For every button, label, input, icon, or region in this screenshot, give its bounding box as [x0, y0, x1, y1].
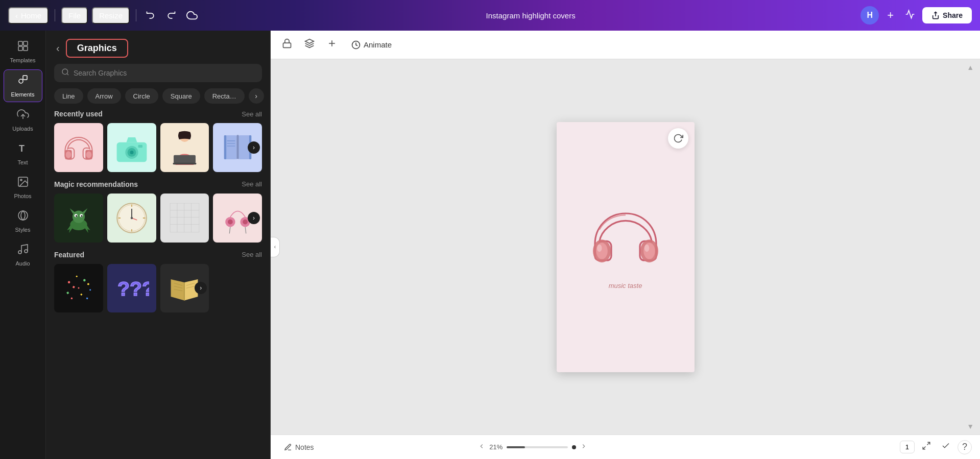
share-label: Share: [943, 11, 963, 19]
sidebar-item-styles[interactable]: Styles: [4, 205, 42, 237]
resize-button[interactable]: Resize: [92, 7, 130, 24]
svg-rect-3: [18, 46, 22, 51]
sidebar-icons: Templates Elements Uploads T Text Photos: [0, 31, 46, 459]
analytics-button[interactable]: [902, 6, 918, 25]
svg-rect-24: [138, 145, 142, 148]
sidebar-item-templates[interactable]: Templates: [4, 36, 42, 67]
list-item[interactable]: [107, 123, 156, 172]
refresh-button[interactable]: [668, 128, 688, 149]
svg-rect-50: [170, 203, 199, 232]
add-collaborator-button[interactable]: +: [883, 7, 898, 24]
layers-button[interactable]: [301, 35, 318, 54]
page-number-button[interactable]: 1: [900, 441, 915, 453]
canvas-toolbar: Animate: [271, 31, 980, 59]
zoom-slider[interactable]: [507, 446, 568, 448]
animate-label: Animate: [364, 40, 392, 49]
list-item[interactable]: ›: [213, 123, 262, 172]
sidebar-item-uploads[interactable]: Uploads: [4, 104, 42, 136]
cloud-save-button[interactable]: [183, 7, 201, 24]
home-chevron-icon: ‹: [15, 11, 18, 20]
list-item[interactable]: [160, 194, 209, 243]
featured-grid: ??? ???: [54, 264, 262, 313]
file-button[interactable]: File: [61, 7, 88, 24]
audio-icon: [17, 243, 29, 258]
chip-more-button[interactable]: ›: [249, 88, 264, 104]
recently-used-see-all[interactable]: See all: [242, 110, 262, 118]
undo-button[interactable]: [142, 7, 159, 23]
home-button[interactable]: ‹ Home: [8, 7, 49, 24]
recently-used-grid: ›: [54, 123, 262, 172]
styles-icon: [17, 209, 29, 225]
main-area: Templates Elements Uploads T Text Photos: [0, 31, 980, 459]
list-item[interactable]: [54, 264, 103, 313]
elements-icon: [17, 74, 29, 89]
document-title: Instagram highlight covers: [486, 11, 576, 20]
headphones-graphic: [61, 132, 97, 163]
search-input[interactable]: [74, 69, 255, 77]
check-icon: [941, 441, 950, 450]
expand-button[interactable]: [919, 438, 934, 456]
panel-scroll[interactable]: Recently used See all: [46, 110, 270, 459]
chip-square[interactable]: Square: [162, 88, 200, 104]
bottom-right-controls: 1 ?: [900, 438, 972, 456]
list-item[interactable]: [54, 194, 103, 243]
svg-point-5: [19, 79, 23, 83]
canvas-page[interactable]: music taste: [557, 122, 695, 372]
svg-point-49: [130, 216, 133, 219]
add-element-button[interactable]: [324, 35, 340, 54]
check-button[interactable]: [938, 438, 953, 456]
user-avatar-button[interactable]: H: [861, 6, 879, 25]
magic-more-arrow[interactable]: ›: [248, 212, 260, 224]
list-item[interactable]: [160, 123, 209, 172]
chart-icon: [905, 9, 915, 19]
notes-button[interactable]: Notes: [279, 440, 319, 454]
undo-icon: [146, 10, 156, 20]
svg-point-11: [18, 211, 28, 220]
svg-point-82: [596, 243, 607, 259]
list-item[interactable]: ›: [160, 264, 209, 313]
clock-graphic: [114, 201, 149, 235]
chip-line[interactable]: Line: [54, 88, 83, 104]
recently-used-more-arrow[interactable]: ›: [248, 141, 260, 154]
notes-icon: [284, 443, 292, 451]
zoom-in-button[interactable]: [580, 443, 587, 452]
sidebar-item-text[interactable]: T Text: [4, 138, 42, 170]
list-item[interactable]: [54, 123, 103, 172]
list-item[interactable]: ??? ???: [107, 264, 156, 313]
panel-back-button[interactable]: ‹: [54, 40, 62, 56]
featured-more-arrow[interactable]: ›: [195, 282, 207, 294]
help-button[interactable]: ?: [958, 440, 972, 454]
svg-point-23: [130, 151, 133, 154]
sidebar-item-photos[interactable]: Photos: [4, 172, 42, 203]
audio-label: Audio: [15, 260, 30, 267]
zoom-out-button[interactable]: [478, 443, 485, 452]
canvas-area: Animate ▲: [271, 31, 980, 459]
sidebar-item-elements[interactable]: Elements: [4, 69, 42, 102]
chip-rectangle[interactable]: Recta…: [204, 88, 245, 104]
list-item[interactable]: ›: [213, 194, 262, 243]
hide-panel-button[interactable]: ‹: [271, 237, 280, 257]
featured-see-all[interactable]: See all: [242, 251, 262, 258]
svg-text:???: ???: [117, 277, 149, 300]
magic-see-all[interactable]: See all: [242, 180, 262, 188]
sidebar-item-audio[interactable]: Audio: [4, 239, 42, 271]
svg-rect-73: [70, 298, 73, 300]
svg-text:T: T: [19, 143, 25, 154]
scroll-up-button[interactable]: ▲: [967, 63, 974, 71]
refresh-icon: [673, 133, 683, 143]
chip-arrow[interactable]: Arrow: [87, 88, 121, 104]
nav-left: ‹ Home File Resize: [8, 7, 201, 24]
share-button[interactable]: Share: [922, 7, 972, 23]
animate-button[interactable]: Animate: [346, 37, 397, 53]
svg-point-18: [66, 151, 71, 158]
scroll-down-button[interactable]: ▼: [967, 422, 974, 430]
zoom-control: 21%: [478, 443, 587, 452]
redo-button[interactable]: [163, 7, 179, 23]
recently-used-title: Recently used: [54, 110, 103, 118]
svg-point-63: [68, 281, 70, 284]
recently-used-header: Recently used See all: [54, 110, 262, 118]
nav-right: H + Share: [861, 6, 972, 25]
chip-circle[interactable]: Circle: [125, 88, 158, 104]
list-item[interactable]: [107, 194, 156, 243]
lock-button[interactable]: [279, 35, 295, 54]
